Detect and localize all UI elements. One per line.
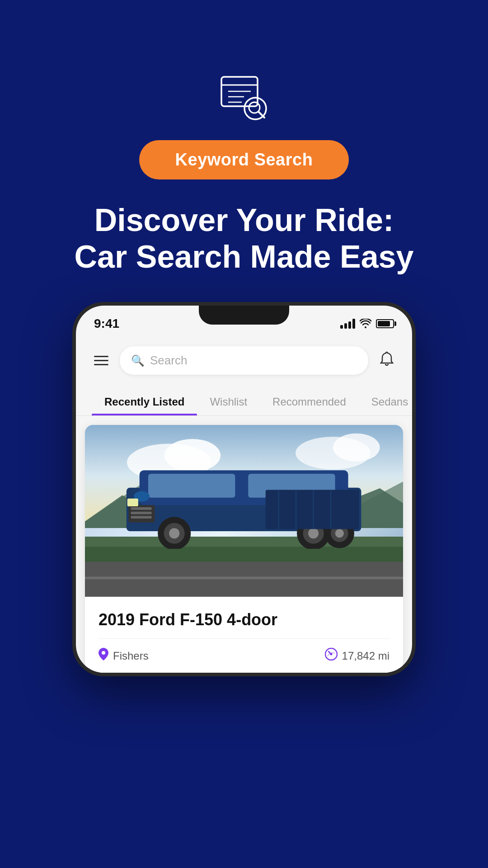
car-location: Fishers bbox=[99, 648, 149, 664]
hamburger-line-2 bbox=[94, 360, 108, 361]
svg-point-45 bbox=[102, 651, 105, 655]
tab-recently-listed[interactable]: Recently Listed bbox=[92, 388, 197, 415]
svg-rect-23 bbox=[148, 474, 235, 498]
battery-icon bbox=[376, 319, 394, 328]
phone-content: 🔍 Search Recently Listed Wishlist Recomm… bbox=[76, 337, 412, 673]
bell-icon bbox=[380, 351, 394, 367]
car-meta: Fishers 17,842 mi bbox=[99, 648, 389, 664]
location-pin-icon bbox=[99, 648, 108, 664]
svg-rect-28 bbox=[131, 516, 152, 519]
car-truck-icon bbox=[113, 462, 374, 548]
svg-point-36 bbox=[308, 528, 319, 538]
status-icons bbox=[340, 319, 394, 329]
signal-strength-icon bbox=[340, 319, 355, 329]
notification-bell-button[interactable] bbox=[377, 349, 396, 373]
car-image bbox=[85, 425, 403, 597]
wifi-icon bbox=[360, 319, 371, 329]
keyword-search-button[interactable]: Keyword Search bbox=[139, 140, 349, 179]
car-title: 2019 Ford F-150 4-door bbox=[99, 610, 389, 629]
status-time: 9:41 bbox=[94, 316, 119, 331]
mileage-value: 17,842 mi bbox=[342, 650, 389, 662]
car-mileage: 17,842 mi bbox=[325, 648, 389, 664]
top-section: Keyword Search Discover Your Ride: Car S… bbox=[0, 0, 488, 676]
svg-rect-27 bbox=[131, 512, 152, 514]
car-card[interactable]: 2019 Ford F-150 4-door Fishers bbox=[85, 425, 403, 673]
svg-point-39 bbox=[335, 529, 344, 538]
hero-title: Discover Your Ride: Car Search Made Easy bbox=[47, 202, 441, 275]
svg-point-33 bbox=[169, 528, 180, 538]
phone-mockup: 9:41 bbox=[72, 302, 416, 676]
phone-notch bbox=[199, 306, 289, 325]
svg-rect-20 bbox=[85, 577, 403, 580]
phone-header: 🔍 Search bbox=[76, 337, 412, 384]
location-name: Fishers bbox=[113, 650, 149, 662]
tab-sedans[interactable]: Sedans bbox=[359, 388, 412, 415]
tab-recommended[interactable]: Recommended bbox=[260, 388, 359, 415]
search-placeholder: Search bbox=[150, 354, 187, 368]
app-icon bbox=[219, 72, 269, 122]
tab-wishlist[interactable]: Wishlist bbox=[197, 388, 260, 415]
search-icon: 🔍 bbox=[131, 354, 145, 367]
hamburger-line-3 bbox=[94, 364, 108, 365]
svg-rect-30 bbox=[127, 499, 138, 506]
hamburger-line-1 bbox=[94, 356, 108, 357]
svg-point-14 bbox=[333, 434, 380, 462]
car-divider bbox=[99, 638, 389, 639]
svg-rect-40 bbox=[266, 490, 359, 529]
speedometer-icon bbox=[325, 648, 338, 664]
hamburger-menu-button[interactable] bbox=[92, 354, 111, 368]
svg-rect-26 bbox=[131, 507, 152, 510]
car-info: 2019 Ford F-150 4-door Fishers bbox=[85, 597, 403, 673]
search-bar[interactable]: 🔍 Search bbox=[120, 346, 368, 375]
tabs-container: Recently Listed Wishlist Recommended Sed… bbox=[76, 384, 412, 416]
